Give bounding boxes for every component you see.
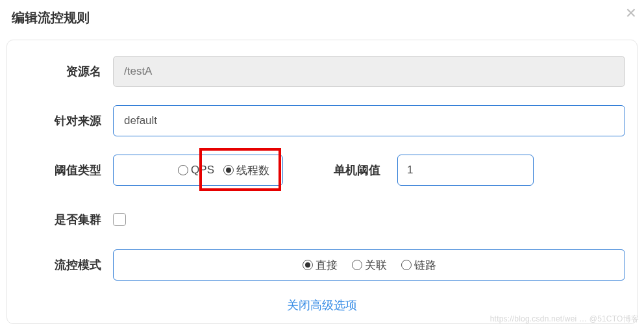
radio-icon <box>223 165 234 175</box>
radio-group-mode: 直接 关联 链路 <box>113 249 625 281</box>
close-icon[interactable]: × <box>626 4 636 22</box>
radio-group-threshold-type: QPS 线程数 <box>113 155 283 186</box>
radio-icon <box>178 165 188 175</box>
radio-icon <box>352 260 362 270</box>
input-single-threshold[interactable] <box>397 155 534 186</box>
radio-thread[interactable]: 线程数 <box>223 163 269 178</box>
row-limit-app: 针对来源 <box>19 105 625 136</box>
form-panel: 资源名 针对来源 阈值类型 QPS 线程数 单机阈值 <box>6 40 638 324</box>
input-limit-app[interactable] <box>113 105 625 136</box>
row-mode: 流控模式 直接 关联 链路 <box>19 249 625 281</box>
row-resource: 资源名 <box>19 56 625 87</box>
radio-mode-direct[interactable]: 直接 <box>303 258 338 273</box>
row-cluster: 是否集群 <box>19 204 625 235</box>
radio-label-qps: QPS <box>191 164 214 177</box>
label-threshold-type: 阈值类型 <box>19 162 113 178</box>
radio-label-chain: 链路 <box>414 258 436 273</box>
dialog-title: 编辑流控规则 <box>0 0 644 40</box>
label-cluster: 是否集群 <box>19 212 113 227</box>
radio-label-direct: 直接 <box>316 258 338 273</box>
label-resource: 资源名 <box>19 64 113 79</box>
radio-icon <box>303 260 313 270</box>
link-close-advanced[interactable]: 关闭高级选项 <box>19 292 625 317</box>
input-resource <box>113 56 625 87</box>
radio-mode-relate[interactable]: 关联 <box>352 258 387 273</box>
row-threshold-type: 阈值类型 QPS 线程数 单机阈值 <box>19 155 625 186</box>
radio-label-relate: 关联 <box>365 258 387 273</box>
checkbox-cluster[interactable] <box>113 213 126 226</box>
radio-icon <box>401 260 412 270</box>
radio-label-thread: 线程数 <box>236 163 269 178</box>
radio-qps[interactable]: QPS <box>178 164 214 177</box>
radio-mode-chain[interactable]: 链路 <box>401 258 436 273</box>
label-single-threshold: 单机阈值 <box>334 162 380 178</box>
label-limit-app: 针对来源 <box>19 113 113 129</box>
label-mode: 流控模式 <box>19 257 113 273</box>
